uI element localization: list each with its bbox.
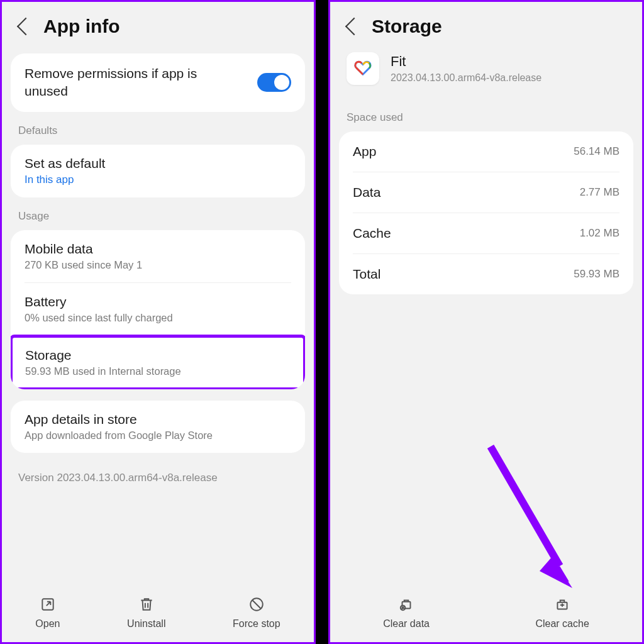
- set-default-title: Set as default: [25, 156, 105, 171]
- clear-cache-icon: [553, 596, 571, 613]
- stop-icon: [248, 596, 265, 613]
- set-as-default-card[interactable]: Set as default In this app: [11, 145, 305, 197]
- open-label: Open: [35, 618, 60, 630]
- svg-line-2: [252, 601, 260, 609]
- app-version: 2023.04.13.00.arm64-v8a.release: [391, 72, 541, 84]
- total-size-label: Total: [353, 267, 380, 282]
- mobile-data-sub: 270 KB used since May 1: [25, 259, 142, 271]
- screen-divider: [316, 0, 328, 644]
- total-size-value: 59.93 MB: [574, 268, 619, 280]
- space-used-label: Space used: [330, 103, 642, 128]
- storage-title: Storage: [25, 348, 72, 363]
- battery-title: Battery: [25, 294, 67, 309]
- uninstall-label: Uninstall: [127, 618, 165, 630]
- app-details-title: App details in store: [25, 412, 137, 427]
- header: Storage: [330, 2, 642, 50]
- clear-cache-button[interactable]: Clear cache: [535, 596, 589, 630]
- app-size-label: App: [353, 144, 376, 159]
- version-text: Version 2023.04.13.00.arm64-v8a.release: [2, 457, 314, 484]
- clear-data-label: Clear data: [383, 618, 430, 630]
- page-title: App info: [43, 16, 120, 37]
- usage-card: Mobile data 270 KB used since May 1 Batt…: [11, 230, 305, 389]
- back-icon[interactable]: [345, 18, 363, 35]
- app-header: Fit 2023.04.13.00.arm64-v8a.release: [330, 50, 642, 103]
- open-button[interactable]: Open: [35, 596, 60, 630]
- remove-permissions-label: Remove permissions if app is unused: [25, 65, 233, 101]
- header: App info: [2, 2, 314, 50]
- bottom-action-bar: Clear data Clear cache: [330, 587, 642, 642]
- storage-sub: 59.93 MB used in Internal storage: [25, 365, 181, 377]
- clear-cache-label: Clear cache: [535, 618, 589, 630]
- force-stop-button[interactable]: Force stop: [233, 596, 280, 630]
- force-stop-label: Force stop: [233, 618, 280, 630]
- app-details-sub: App downloaded from Google Play Store: [25, 430, 213, 441]
- battery-sub: 0% used since last fully charged: [25, 312, 173, 324]
- storage-row[interactable]: Storage 59.93 MB used in Internal storag…: [13, 338, 303, 387]
- google-fit-icon: [352, 57, 374, 80]
- uninstall-button[interactable]: Uninstall: [127, 596, 165, 630]
- data-size-row: Data 2.77 MB: [339, 172, 633, 213]
- page-title: Storage: [372, 16, 442, 37]
- trash-icon: [138, 596, 155, 613]
- defaults-section-label: Defaults: [2, 116, 314, 141]
- remove-permissions-toggle[interactable]: [257, 73, 291, 92]
- app-info-screen: App info Remove permissions if app is un…: [0, 0, 316, 644]
- app-size-value: 56.14 MB: [574, 145, 619, 158]
- total-size-row: Total 59.93 MB: [339, 254, 633, 294]
- cache-size-value: 1.02 MB: [580, 227, 619, 240]
- clear-data-icon: [397, 596, 415, 613]
- app-name: Fit: [391, 53, 541, 70]
- battery-row[interactable]: Battery 0% used since last fully charged: [11, 283, 305, 335]
- cache-size-label: Cache: [353, 226, 391, 241]
- app-size-row: App 56.14 MB: [339, 131, 633, 172]
- clear-data-button[interactable]: Clear data: [383, 596, 430, 630]
- back-icon[interactable]: [17, 18, 35, 35]
- data-size-value: 2.77 MB: [580, 186, 619, 199]
- usage-section-label: Usage: [2, 201, 314, 226]
- storage-screen: Storage Fit 2023.04.13.00.arm64-v8a.rele…: [328, 0, 644, 644]
- data-size-label: Data: [353, 185, 380, 200]
- mobile-data-row[interactable]: Mobile data 270 KB used since May 1: [11, 230, 305, 282]
- app-details-card[interactable]: App details in store App downloaded from…: [11, 401, 305, 453]
- remove-permissions-card[interactable]: Remove permissions if app is unused: [11, 53, 305, 112]
- bottom-action-bar: Open Uninstall Force stop: [2, 587, 314, 642]
- storage-highlight: Storage 59.93 MB used in Internal storag…: [11, 335, 305, 389]
- set-default-sub: In this app: [25, 174, 74, 186]
- cache-size-row: Cache 1.02 MB: [339, 213, 633, 253]
- app-icon: [347, 52, 379, 85]
- mobile-data-title: Mobile data: [25, 242, 93, 257]
- open-icon: [39, 596, 57, 613]
- space-used-card: App 56.14 MB Data 2.77 MB Cache 1.02 MB …: [339, 131, 633, 294]
